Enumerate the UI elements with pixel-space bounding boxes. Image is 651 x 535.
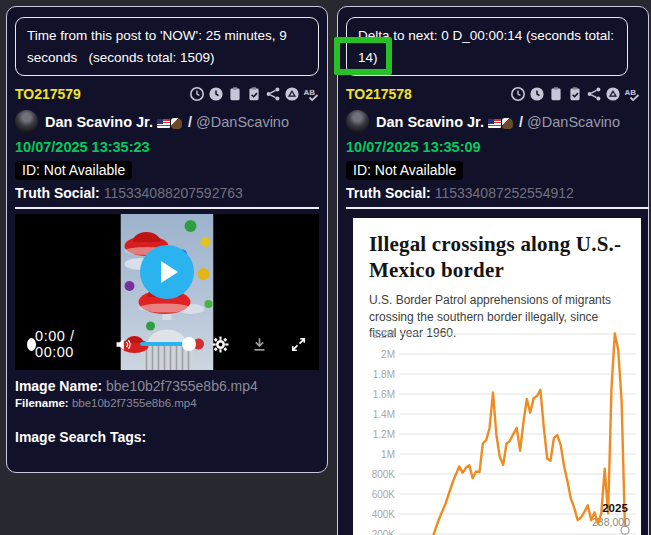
volume-knob[interactable] <box>182 337 196 351</box>
divider <box>15 207 319 209</box>
video-controls: 0:00 / 00:00 <box>15 328 319 360</box>
play-button[interactable] <box>140 245 194 299</box>
clock-filled-icon[interactable] <box>529 86 545 102</box>
svg-text:1.4M: 1.4M <box>373 409 395 420</box>
handle-separator: / <box>519 114 523 130</box>
image-search-tags-field: Image Search Tags: <box>15 429 319 445</box>
spellcheck-icon[interactable]: AB <box>303 86 319 102</box>
post-id: TO217578 <box>346 86 412 102</box>
line-chart: 2.2M2M1.8M1.6M1.4M1.2M1M800K600K400K200K… <box>353 326 641 535</box>
svg-text:200K: 200K <box>372 529 396 535</box>
clipboard-icon[interactable] <box>548 86 564 102</box>
share-icon[interactable] <box>265 86 281 102</box>
author-name[interactable]: Dan Scavino Jr. <box>45 114 153 130</box>
svg-text:800K: 800K <box>372 469 396 480</box>
svg-text:2M: 2M <box>381 349 395 360</box>
author-name[interactable]: Dan Scavino Jr. <box>376 114 484 130</box>
id-status-badge: ID: Not Available <box>346 161 463 180</box>
post-timestamp: 10/07/2025 13:35:23 <box>15 139 319 155</box>
image-name-label: Image Name: <box>15 378 102 394</box>
image-name-field: Image Name: bbe10b2f7355e8b6.mp4 <box>15 378 319 394</box>
user-row: Dan Scavino Jr. / @DanScavino <box>15 110 319 133</box>
post-timestamp: 10/07/2025 13:35:09 <box>346 139 640 155</box>
svg-text:AB: AB <box>625 88 637 97</box>
image-name-value: bbe10b2f7355e8b6.mp4 <box>106 378 258 394</box>
media-circle-icon[interactable] <box>605 86 621 102</box>
filename-value: bbe10b2f7355e8b6.mp4 <box>72 397 197 409</box>
video-duration: 00:00 <box>35 344 74 360</box>
scrubber-thumb[interactable] <box>27 338 36 351</box>
filename-field: Filename: bbe10b2f7355e8b6.mp4 <box>15 397 319 409</box>
timer-box: Time from this post to 'NOW': 25 minutes… <box>15 17 319 76</box>
post-toolbar-icons: AB <box>510 86 640 102</box>
chart-title: Illegal crossings along U.S.-Mexico bord… <box>369 232 625 283</box>
us-flag-emoji <box>157 119 170 128</box>
eagle-emoji <box>502 118 513 129</box>
post-card-2: Delta to next: 0 D_00:00:14 (seconds tot… <box>337 6 649 535</box>
filename-label: Filename: <box>15 397 69 409</box>
svg-text:1.8M: 1.8M <box>373 369 395 380</box>
source-id[interactable]: 115334088207592763 <box>104 185 243 201</box>
clipboard-check-icon[interactable] <box>246 86 262 102</box>
source-id[interactable]: 115334087252554912 <box>435 185 574 201</box>
video-time: 0:00 / 00:00 <box>35 328 93 360</box>
post-id: TO217579 <box>15 86 81 102</box>
clock-outline-icon[interactable] <box>510 86 526 102</box>
tags-label: Image Search Tags: <box>15 429 146 445</box>
svg-text:400K: 400K <box>372 509 396 520</box>
handle-separator: / <box>188 114 192 130</box>
clipboard-icon[interactable] <box>227 86 243 102</box>
svg-text:AB: AB <box>304 88 316 97</box>
author-handle[interactable]: @DanScavino <box>196 114 289 130</box>
author-handle[interactable]: @DanScavino <box>527 114 620 130</box>
svg-text:1.6M: 1.6M <box>373 389 395 400</box>
post-toolbar-icons: AB <box>189 86 319 102</box>
download-icon[interactable] <box>251 336 268 353</box>
divider <box>346 207 649 209</box>
svg-text:2.2M: 2.2M <box>373 329 395 340</box>
svg-text:1M: 1M <box>381 449 395 460</box>
video-player[interactable]: 0:00 / 00:00 <box>15 214 319 370</box>
avatar[interactable] <box>15 110 38 133</box>
chart-image[interactable]: Illegal crossings along U.S.-Mexico bord… <box>353 218 641 535</box>
eagle-emoji <box>171 118 182 129</box>
svg-text:1.2M: 1.2M <box>373 429 395 440</box>
us-flag-emoji <box>488 119 501 128</box>
source-label: Truth Social: <box>15 185 100 201</box>
page: Time from this post to 'NOW': 25 minutes… <box>0 0 651 535</box>
clock-filled-icon[interactable] <box>208 86 224 102</box>
source-label: Truth Social: <box>346 185 431 201</box>
volume-slider[interactable] <box>140 342 190 346</box>
clock-outline-icon[interactable] <box>189 86 205 102</box>
svg-text:2025: 2025 <box>602 502 628 514</box>
share-icon[interactable] <box>586 86 602 102</box>
post-card-1: Time from this post to 'NOW': 25 minutes… <box>6 6 328 473</box>
play-icon <box>161 261 178 283</box>
current-time: 0:00 <box>35 328 65 344</box>
svg-text:600K: 600K <box>372 489 396 500</box>
delta-box: Delta to next: 0 D_00:00:14 (seconds tot… <box>346 17 628 76</box>
volume-icon[interactable] <box>115 336 132 353</box>
settings-gear-icon[interactable] <box>212 336 229 353</box>
media-circle-icon[interactable] <box>284 86 300 102</box>
clipboard-check-icon[interactable] <box>567 86 583 102</box>
user-row: Dan Scavino Jr. / @DanScavino <box>346 110 640 133</box>
spellcheck-icon[interactable]: AB <box>624 86 640 102</box>
fullscreen-icon[interactable] <box>290 336 307 353</box>
time-separator: / <box>70 328 75 344</box>
avatar[interactable] <box>346 110 369 133</box>
id-status-badge: ID: Not Available <box>15 161 132 180</box>
